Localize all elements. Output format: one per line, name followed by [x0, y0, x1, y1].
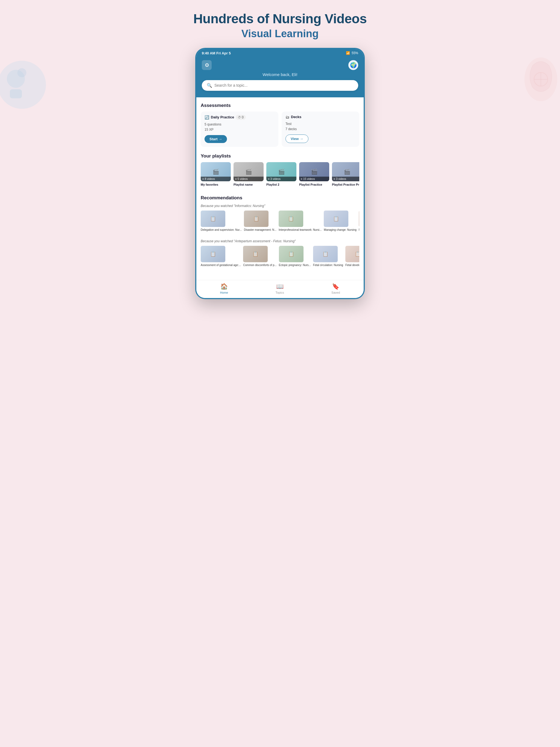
decks-header: 🗂 Decks: [285, 115, 355, 119]
rec-title: Disaster management: N...: [244, 228, 276, 232]
bg-decoration-left: [0, 55, 52, 115]
battery-icon: 55%: [352, 51, 358, 55]
rec-item[interactable]: 📋 Disaster management: N...: [244, 210, 276, 232]
svg-point-0: [0, 61, 46, 109]
playlist-video-count: ≡ 3 videos: [332, 177, 359, 181]
recommendation-group: Because you watched "Informatics: Nursin…: [201, 204, 359, 234]
bottom-nav: 🏠 Home 📖 Topics 🔖 Saved: [196, 280, 364, 298]
list-icon: ≡: [301, 177, 302, 180]
app-header: ⊙ 🌍 Welcome back, Eli! 🔍: [196, 57, 364, 97]
nav-icon: 🔖: [332, 283, 339, 290]
playlist-item[interactable]: 🎬 ≡ 15 videos Playlist Practice: [299, 162, 329, 186]
bg-decoration-right: [516, 49, 560, 109]
decks-view-button[interactable]: View →: [285, 134, 308, 143]
playlist-item[interactable]: 🎬 ≡ 8 videos My favorites: [201, 162, 231, 186]
playlist-thumb: 🎬 ≡ 15 videos: [299, 162, 329, 181]
playlist-thumb: 🎬 ≡ 3 videos: [332, 162, 359, 181]
playlist-name: Playlist 2: [266, 183, 297, 186]
search-bar[interactable]: 🔍: [202, 80, 358, 91]
rec-thumb: 📋: [313, 246, 338, 262]
rec-row[interactable]: 📋 Assessment of gestational age:... 📋 Co…: [201, 246, 359, 269]
rec-title: Fetal circulation: Nursing: [313, 263, 343, 267]
playlist-item[interactable]: 🎬 ≡ 3 videos Playlist Practice Prototype: [332, 162, 359, 186]
nav-label: Saved: [331, 291, 340, 294]
playlists-section: Your playlists 🎬 ≡ 8 videos My favorites…: [201, 153, 359, 189]
rec-thumb: 📋: [279, 210, 303, 227]
playlist-video-count: ≡ 5 videos: [233, 177, 263, 181]
nav-label: Home: [220, 291, 228, 294]
main-content: Assessments 🔄 Daily Practice ⏱ 0: [196, 97, 364, 280]
playlist-thumb: 🎬 ≡ 3 videos: [266, 162, 297, 181]
rec-item[interactable]: 📋 Delegation and supervision: Nur...: [201, 210, 242, 232]
recommendation-group: Because you watched "Antepartum assessme…: [201, 239, 359, 269]
playlist-item[interactable]: 🎬 ≡ 5 videos Playlist name: [233, 162, 263, 186]
rec-title: Common discomforts of p...: [243, 263, 276, 267]
headline-primary: Hundreds of Nursing Videos: [193, 11, 367, 27]
playlist-video-count: ≡ 3 videos: [266, 177, 297, 181]
rec-thumb: 📋: [244, 210, 269, 227]
nav-label: Topics: [275, 291, 284, 294]
rec-row[interactable]: 📋 Delegation and supervision: Nur... 📋 D…: [201, 210, 359, 234]
rec-title: Managing change: Nursing: [324, 228, 357, 232]
playlists-scroll[interactable]: 🎬 ≡ 8 videos My favorites 🎬 ≡ 5 videos P…: [201, 162, 359, 189]
rec-item[interactable]: 📋 Interprofessional teamwork: Nursi...: [279, 210, 322, 232]
playlists-title: Your playlists: [201, 153, 359, 159]
nav-item-home[interactable]: 🏠 Home: [220, 283, 228, 294]
rec-thumb: 📋: [345, 246, 359, 262]
daily-practice-header: 🔄 Daily Practice ⏱ 0: [205, 115, 275, 120]
daily-practice-label: Daily Practice: [211, 115, 234, 119]
daily-practice-badge: ⏱ 0: [236, 115, 246, 120]
rec-thumb: 📋: [279, 246, 304, 262]
recommendations-title: Recommendations: [201, 195, 359, 201]
rec-thumb: 📋: [359, 210, 359, 227]
status-bar: 9:40 AM Fri Apr 5 📶 55%: [196, 49, 364, 57]
device-frame: 9:40 AM Fri Apr 5 📶 55% ⊙ 🌍 Welcome back…: [195, 48, 365, 300]
playlist-name: Playlist Practice: [299, 183, 329, 186]
sync-icon: 🔄: [205, 115, 209, 120]
rec-thumb: 📋: [243, 246, 268, 262]
rec-because-text: Because you watched "Antepartum assessme…: [201, 239, 359, 243]
nav-icon: 📖: [276, 283, 284, 290]
playlist-video-count: ≡ 15 videos: [299, 177, 329, 181]
rec-title: Fetal development: N...: [345, 263, 359, 267]
playlist-name: Playlist Practice Prototype: [332, 183, 359, 186]
playlist-thumb: 🎬 ≡ 5 videos: [233, 162, 263, 181]
rec-title: Ectopic pregnancy: Nurs...: [279, 263, 311, 267]
decks-card: 🗂 Decks Test 7 decks View →: [282, 111, 359, 147]
rec-title: Delegation and supervision: Nur...: [201, 228, 242, 232]
daily-practice-card: 🔄 Daily Practice ⏱ 0 5 questions 15 XP S…: [201, 111, 278, 147]
rec-item[interactable]: 📋 Fetal circulation: Nursing: [313, 246, 343, 267]
avatar[interactable]: 🌍: [348, 60, 358, 70]
welcome-message: Welcome back, Eli!: [262, 72, 297, 77]
playlist-item[interactable]: 🎬 ≡ 3 videos Playlist 2: [266, 162, 297, 186]
clock-icon: ⏱: [238, 115, 241, 119]
list-icon: ≡: [268, 177, 270, 180]
svg-point-3: [18, 68, 27, 77]
nav-item-topics[interactable]: 📖 Topics: [275, 283, 284, 294]
rec-item[interactable]: 📋 Ectopic pregnancy: Nurs...: [279, 246, 311, 267]
rec-title: Interprofessional teamwork: Nursi...: [279, 228, 322, 232]
decks-body: Test 7 decks: [285, 121, 355, 132]
rec-because-text: Because you watched "Informatics: Nursin…: [201, 204, 359, 208]
nav-item-saved[interactable]: 🔖 Saved: [331, 283, 340, 294]
assessment-cards: 🔄 Daily Practice ⏱ 0 5 questions 15 XP S…: [201, 111, 359, 147]
playlist-video-count: ≡ 8 videos: [201, 177, 231, 181]
app-logo: ⊙: [202, 60, 212, 70]
daily-practice-start-button[interactable]: Start →: [205, 135, 227, 143]
rec-item[interactable]: 📋 Fetal development: N...: [345, 246, 359, 267]
daily-practice-body: 5 questions 15 XP: [205, 122, 275, 132]
rec-title: Assessment of gestational age:...: [201, 263, 241, 267]
rec-title: Managing conflict: Nursing: [359, 228, 359, 232]
headline-secondary: Visual Learning: [193, 28, 367, 40]
svg-rect-2: [10, 89, 22, 98]
search-input[interactable]: [214, 83, 353, 87]
rec-item[interactable]: 📋 Managing conflict: Nursing: [359, 210, 359, 232]
search-icon: 🔍: [207, 83, 212, 88]
rec-item[interactable]: 📋 Managing change: Nursing: [324, 210, 357, 232]
rec-item[interactable]: 📋 Assessment of gestational age:...: [201, 246, 241, 267]
playlist-name: Playlist name: [233, 183, 263, 186]
assessments-section: Assessments 🔄 Daily Practice ⏱ 0: [201, 103, 359, 147]
page-header: Hundreds of Nursing Videos Visual Learni…: [193, 11, 367, 40]
rec-item[interactable]: 📋 Common discomforts of p...: [243, 246, 276, 267]
rec-thumb: 📋: [201, 246, 225, 262]
